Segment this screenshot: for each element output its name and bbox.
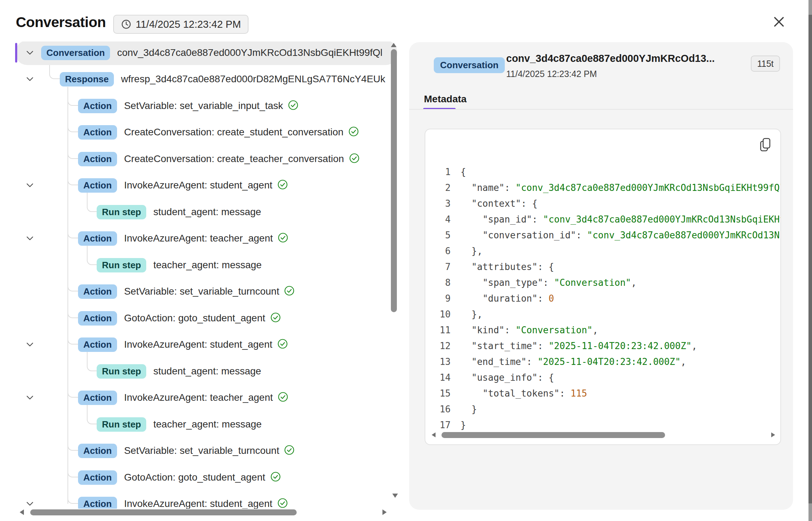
chevron-down-icon (25, 499, 34, 508)
line-number: 6 (425, 246, 451, 256)
tree-row[interactable]: Conversationconv_3d4c87ca0e887ed000YJmKR… (0, 41, 398, 66)
span-type-badge: Run step (97, 205, 146, 219)
code-text: }, (460, 309, 483, 320)
expand-chevron-button[interactable] (25, 181, 34, 190)
span-timestamp: 11/4/2025 12:23:42 PM (506, 69, 597, 79)
status-success-icon (278, 232, 288, 244)
tree-row[interactable]: ActionSetVariable: set_variable_turncoun… (0, 438, 398, 464)
span-type-badge: Action (78, 337, 117, 352)
code-scroll-right-arrow[interactable] (771, 432, 775, 437)
span-type-badge: Action (78, 311, 117, 326)
status-success-icon (288, 100, 298, 112)
tree-scroll-right-arrow[interactable] (382, 509, 387, 515)
chevron-down-icon (25, 181, 34, 190)
tree-scroll-down-arrow[interactable] (392, 494, 398, 498)
span-type-badge: Action (78, 444, 117, 458)
span-label: InvokeAzureAgent: student_agent (124, 498, 272, 509)
tree-row[interactable]: ActionInvokeAzureAgent: teacher_agent (0, 385, 398, 411)
tree-row[interactable]: ActionInvokeAzureAgent: student_agent (0, 172, 398, 198)
json-code-line: 11 "kind": "Conversation", (425, 322, 781, 338)
success-check-icon (277, 498, 288, 508)
json-code-line: 12 "start_time": "2025-11-04T20:23:42.00… (425, 338, 781, 354)
json-code-line: 7 "attributes": { (425, 259, 781, 275)
tree-row[interactable]: Responsewfresp_3d4c87ca0e887ed000rD82MgE… (0, 66, 398, 92)
code-text: "name": "conv_3d4c87ca0e887ed000YJmKRcOd… (460, 182, 781, 193)
status-success-icon (284, 445, 295, 457)
code-text: { (460, 167, 466, 177)
success-check-icon (277, 179, 288, 190)
tree-vertical-scrollbar-thumb[interactable] (391, 49, 397, 312)
success-check-icon (278, 232, 288, 243)
json-code-line: 3 "context": { (425, 195, 781, 211)
expand-chevron-button[interactable] (25, 48, 34, 57)
span-type-badge: Action (78, 125, 117, 140)
trace-viewer: Conversation 11/4/2025 12:23:42 PM Conve… (0, 0, 812, 521)
json-code-line: 5 "conversation_id": "conv_3d4c87ca0e887… (425, 227, 781, 243)
tree-row[interactable]: Run stepstudent_agent: message (0, 358, 398, 384)
code-text: "attributes": { (460, 262, 554, 272)
json-code-line: 8 "span_type": "Conversation", (425, 275, 781, 290)
code-horizontal-scrollbar-thumb[interactable] (442, 432, 665, 438)
span-type-badge: Action (78, 178, 117, 193)
span-label: InvokeAzureAgent: student_agent (124, 339, 272, 350)
tree-row[interactable]: Run stepstudent_agent: message (0, 199, 398, 225)
code-text: "end_time": "2025-11-04T20:23:42.000Z", (460, 356, 686, 367)
span-label: SetVariable: set_variable_turncount (124, 286, 279, 297)
tree-row[interactable]: ActionInvokeAzureAgent: student_agent (0, 491, 398, 509)
span-label: CreateConversation: create_teacher_conve… (124, 153, 344, 165)
success-check-icon (270, 312, 281, 323)
tree-row[interactable]: ActionInvokeAzureAgent: student_agent (0, 332, 398, 358)
copy-button[interactable] (759, 137, 772, 153)
code-scroll-left-arrow[interactable] (432, 432, 436, 437)
line-number: 1 (425, 167, 451, 177)
success-check-icon (288, 100, 298, 110)
close-button[interactable] (771, 13, 787, 30)
chevron-down-icon (25, 393, 34, 402)
span-type-badge: Run step (97, 364, 146, 379)
metadata-json-block: 1{2 "name": "conv_3d4c87ca0e887ed000YJmK… (425, 129, 781, 445)
line-number: 8 (425, 277, 451, 288)
line-number: 3 (425, 198, 451, 209)
copy-icon (759, 137, 772, 153)
tree-row[interactable]: ActionCreateConversation: create_teacher… (0, 146, 398, 172)
tree-row[interactable]: ActionSetVariable: set_variable_turncoun… (0, 278, 398, 304)
expand-chevron-button[interactable] (25, 75, 34, 84)
tree-row[interactable]: ActionGotoAction: goto_student_agent (0, 305, 398, 331)
span-type-badge: Action (78, 284, 117, 299)
expand-chevron-button[interactable] (25, 499, 34, 508)
tab-metadata[interactable]: Metadata (424, 94, 466, 105)
line-number: 16 (425, 404, 451, 414)
tree-row[interactable]: Run stepteacher_agent: message (0, 411, 398, 437)
success-check-icon (349, 153, 360, 163)
chevron-down-icon (25, 75, 34, 84)
expand-chevron-button[interactable] (25, 393, 34, 402)
status-success-icon (284, 285, 295, 297)
window-scrollbar-thumb[interactable] (808, 15, 812, 503)
tree-row[interactable]: ActionGotoAction: goto_student_agent (0, 464, 398, 490)
expand-chevron-button[interactable] (25, 234, 34, 243)
span-label: SetVariable: set_variable_turncount (124, 445, 279, 456)
code-text: "kind": "Conversation", (460, 325, 598, 335)
line-number: 9 (425, 293, 451, 304)
line-number: 2 (425, 182, 451, 193)
tree-scroll-up-arrow[interactable] (391, 43, 397, 47)
span-type-badge: Action (78, 152, 117, 166)
json-code-line: 6 }, (425, 243, 781, 259)
tree-row[interactable]: ActionInvokeAzureAgent: teacher_agent (0, 225, 398, 251)
expand-chevron-button[interactable] (25, 340, 34, 349)
tree-row[interactable]: Run stepteacher_agent: message (0, 252, 398, 278)
tree-row[interactable]: ActionCreateConversation: create_student… (0, 119, 398, 145)
details-panel: Conversation conv_3d4c87ca0e887ed000YJmK… (409, 42, 793, 510)
line-number: 10 (425, 309, 451, 320)
json-code-line: 1{ (425, 164, 781, 180)
tree-horizontal-scrollbar-thumb[interactable] (30, 509, 297, 515)
window-scrollbar[interactable] (808, 0, 812, 521)
tree-scroll-left-arrow[interactable] (20, 509, 24, 515)
tree-row[interactable]: ActionSetVariable: set_variable_input_ta… (0, 93, 398, 119)
span-label: student_agent: message (153, 206, 261, 218)
line-number: 14 (425, 372, 451, 383)
json-code-line: 14 "usage_info": { (425, 369, 781, 385)
span-id-title: conv_3d4c87ca0e887ed000YJmKRcOd13... (506, 53, 745, 64)
span-type-badge: Run step (97, 258, 146, 272)
line-number: 11 (425, 325, 451, 335)
